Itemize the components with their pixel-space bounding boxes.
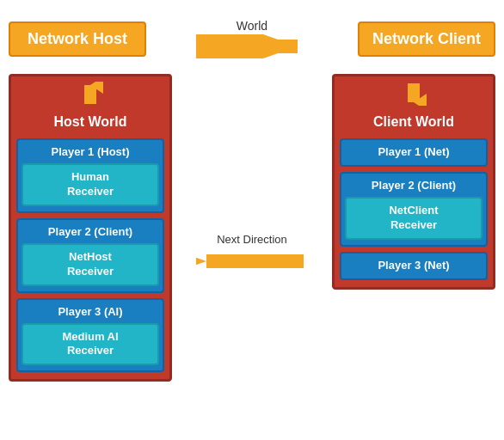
host-up-arrow	[16, 82, 164, 106]
network-client-label: Network Client	[372, 30, 481, 47]
network-client-box: Network Client	[358, 21, 495, 57]
host-player1-receiver: HumanReceiver	[22, 163, 159, 206]
host-player1-title: Player 1 (Host)	[22, 144, 159, 160]
right-arrow-svg	[196, 34, 308, 58]
client-player2-receiver: NetClientReceiver	[345, 197, 482, 240]
host-player2-block: Player 2 (Client) NetHostReceiver	[16, 218, 164, 293]
host-world-title: Host World	[16, 113, 164, 133]
host-player2-receiver: NetHostReceiver	[22, 243, 159, 286]
host-player1-block: Player 1 (Host) HumanReceiver	[16, 138, 164, 213]
top-arrow-area: World	[146, 19, 358, 58]
client-player2-title: Player 2 (Client)	[345, 177, 482, 193]
top-section: Network Host World Network Client	[0, 0, 504, 69]
bottom-section: Host World Player 1 (Host) HumanReceiver…	[0, 69, 504, 440]
network-host-label: Network Host	[28, 30, 127, 47]
client-world-title: Client World	[340, 113, 488, 133]
diagram: Network Host World Network Client	[0, 0, 504, 440]
client-player3-block: Player 3 (Net)	[340, 252, 488, 280]
host-player2-title: Player 2 (Client)	[22, 223, 159, 240]
client-player3-title: Player 3 (Net)	[345, 257, 482, 273]
host-world-column: Host World Player 1 (Host) HumanReceiver…	[9, 74, 172, 382]
host-player3-block: Player 3 (AI) Medium AIReceiver	[16, 298, 164, 373]
client-world-column: Client World Player 1 (Net) Player 2 (Cl…	[332, 74, 495, 290]
client-player1-title: Player 1 (Net)	[345, 144, 482, 160]
client-down-arrow	[340, 82, 488, 106]
left-arrow-svg	[196, 249, 308, 273]
next-direction-label: Next Direction	[217, 233, 287, 246]
world-label: World	[237, 19, 267, 33]
middle-arrow-container: Next Direction	[172, 74, 332, 431]
client-player1-block: Player 1 (Net)	[340, 138, 488, 167]
host-player3-title: Player 3 (AI)	[22, 303, 159, 320]
network-host-box: Network Host	[9, 21, 146, 57]
host-player3-receiver: Medium AIReceiver	[22, 323, 159, 366]
client-player2-block: Player 2 (Client) NetClientReceiver	[340, 172, 488, 247]
